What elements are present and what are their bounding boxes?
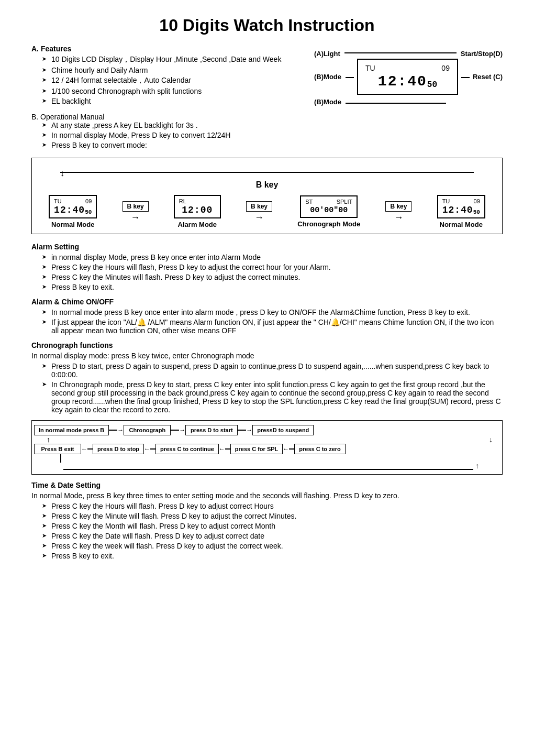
operational-header: B. Operational Manual	[31, 113, 104, 121]
display-time: 12:40	[378, 73, 427, 90]
time-date-intro: In normal Mode, press B key three times …	[31, 491, 503, 500]
chrono-list: Press D to start, press D again to suspe…	[31, 362, 503, 414]
feature-item-2: Chime hourly and Daily Alarm	[42, 66, 314, 74]
td-item-3: Press C key the Month will flash. Press …	[42, 522, 503, 530]
op-item-3: Press B key to convert mode:	[42, 141, 503, 149]
page-title: 10 Digits Watch Instruction	[31, 16, 503, 35]
chrono-mode-label: Chronograph Mode	[297, 220, 360, 228]
bkey-arrow-3: B key →	[385, 201, 411, 222]
watch-diagram: (A)Light Start/Stop(D) (B)Mode TU 09 12:…	[314, 50, 503, 107]
normal-mode-label-2: Normal Mode	[440, 221, 483, 228]
bkey-title: B key	[37, 180, 497, 190]
chime-item-2: If just appear the icon "AL/🔔 /ALM" mean…	[42, 318, 503, 335]
alarm-mode-label: Alarm Mode	[178, 221, 217, 228]
chrono-header: Chronograph functions	[31, 341, 503, 349]
chrono-item-2: In Chronograph mode, press D key to star…	[42, 380, 503, 414]
reset-label: Reset (C)	[473, 73, 503, 81]
alarm-setting-header: Alarm Setting	[31, 243, 503, 251]
td-item-2: Press C key the Minute will flash. Press…	[42, 512, 503, 520]
chrono-flow-diagram: In normal mode press B → Chronograph → p…	[31, 420, 503, 475]
watch-display-box: TU 09 12:4050	[357, 59, 458, 95]
bkey-diagram: ↓ B key TU09 12:4050 Normal Mode B key →…	[31, 158, 503, 234]
display-seconds: 50	[427, 80, 437, 90]
alarm-item-1: in normal display Mode, press B key once…	[42, 253, 503, 261]
alarm-chime-list: In normal mode press B key once enter in…	[31, 308, 503, 335]
time-date-header: Time & Date Setting	[31, 481, 503, 489]
mode-normal-1: TU09 12:4050 Normal Mode	[49, 195, 97, 228]
bkey-btn-1: B key	[123, 201, 149, 212]
flow-box-2: Chronograph	[124, 425, 171, 435]
bkey-btn-3: B key	[385, 201, 411, 212]
chime-item-1: In normal mode press B key once enter in…	[42, 308, 503, 316]
flow-box-6: press D to stop	[93, 444, 144, 454]
mode-alarm: RL 12:00 Alarm Mode	[174, 195, 221, 228]
flow-box-3: press D to start	[185, 425, 238, 435]
mode-label-text: (B)Mode	[314, 73, 341, 81]
chrono-item-1: Press D to start, press D again to suspe…	[42, 362, 503, 379]
td-item-1: Press C key the Hours will flash. Press …	[42, 502, 503, 510]
flow-box-9: press C to zero	[294, 444, 345, 454]
normal-mode-label-1: Normal Mode	[51, 221, 94, 228]
flow-box-8: press C for SPL	[230, 444, 283, 454]
mode-label: (B)Mode	[314, 98, 341, 106]
alarm-item-3: Press C key the Minutes will flash. Pres…	[42, 273, 503, 281]
td-item-5: Press C key the week will flash. Press D…	[42, 542, 503, 550]
alarm-item-4: Press B key to exit.	[42, 283, 503, 291]
flow-box-4: pressD to suspend	[252, 425, 314, 435]
operational-list: At any state ,press A key EL backlight f…	[31, 121, 503, 149]
td-item-4: Press C key the Date will flash. Press D…	[42, 532, 503, 540]
bkey-arrow-2: B key →	[246, 201, 272, 222]
mode-normal-2: TU09 12:4050 Normal Mode	[437, 195, 485, 228]
feature-item-1: 10 Digits LCD Display，Display Hour ,Minu…	[42, 55, 314, 64]
mode-chrono: STSPLIT 00'00"00 Chronograph Mode	[297, 195, 360, 228]
bkey-arrow-1: B key →	[123, 201, 149, 222]
feature-item-4: 1/100 second Chronograph with split func…	[42, 87, 314, 95]
feature-item-5: EL backlight	[42, 97, 314, 105]
op-item-1: At any state ,press A key EL backlight f…	[42, 121, 503, 129]
chrono-intro: In normal display mode: press B key twic…	[31, 352, 503, 360]
flow-box-7: press C to continue	[155, 444, 219, 454]
start-stop-label: Start/Stop(D)	[461, 50, 503, 58]
light-label: (A)Light	[314, 50, 340, 58]
bkey-btn-2: B key	[246, 201, 272, 212]
alarm-item-2: Press C key the Hours will flash, Press …	[42, 263, 503, 271]
op-item-2: In normal display Mode, Press D key to c…	[42, 131, 503, 139]
td-item-6: Press B key to exit.	[42, 552, 503, 560]
flow-box-1: In normal mode press B	[34, 425, 109, 435]
feature-item-3: 12 / 24H format selectable，Auto Calendar	[42, 76, 314, 85]
alarm-setting-list: in normal display Mode, press B key once…	[31, 253, 503, 291]
features-list: 10 Digits LCD Display，Display Hour ,Minu…	[31, 55, 314, 105]
display-top-left: TU	[365, 64, 375, 72]
time-date-list: Press C key the Hours will flash. Press …	[31, 502, 503, 560]
display-top-right: 09	[441, 64, 450, 72]
alarm-chime-header: Alarm & Chime ON/OFF	[31, 298, 503, 306]
flow-box-5: Press B exit	[34, 444, 81, 454]
